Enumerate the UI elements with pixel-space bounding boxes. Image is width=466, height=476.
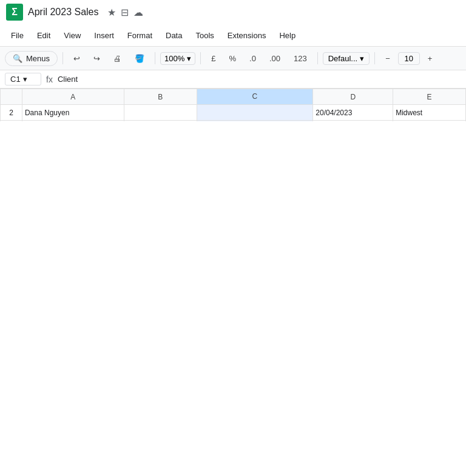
menu-insert[interactable]: Insert [88, 28, 120, 42]
menus-label: Menus [26, 54, 50, 63]
format123-button[interactable]: 123 [288, 51, 312, 66]
zoom-value: 100% [164, 54, 184, 63]
cell-r2-c3[interactable]: 20/04/2023 [313, 105, 393, 121]
document-title: April 2023 Sales [28, 7, 99, 18]
cell-r2-c0[interactable]: Dana Nguyen [22, 105, 124, 121]
cell-r3-c2[interactable] [197, 121, 313, 121]
table-row: 3Cullen Ray19/04/2023Midwest [1, 121, 466, 121]
cell-reference[interactable]: C1 ▾ [5, 73, 41, 85]
app-icon: Σ [6, 4, 23, 21]
star-icon[interactable]: ★ [107, 7, 116, 18]
formula-bar: C1 ▾ fx Client [0, 70, 466, 89]
drive-icon[interactable]: ⊟ [121, 7, 129, 18]
font-name: Defaul... [328, 54, 357, 63]
dec2-button[interactable]: .00 [264, 51, 286, 66]
cell-ref-dropdown[interactable]: ▾ [23, 75, 27, 84]
toolbar: 🔍 Menus ↩ ↪ 🖨 🪣 100% ▾ £ % .0 .00 123 De… [0, 46, 466, 70]
font-size-minus[interactable]: − [380, 51, 396, 66]
toolbar-separator-4 [317, 52, 318, 64]
col-header-a[interactable]: A [22, 89, 124, 105]
cell-r3-c0[interactable]: Cullen Ray [22, 121, 124, 121]
col-header-b[interactable]: B [124, 89, 197, 105]
menu-data[interactable]: Data [160, 28, 188, 42]
toolbar-separator-5 [374, 52, 375, 64]
menu-edit[interactable]: Edit [31, 28, 56, 42]
font-size-plus[interactable]: + [422, 51, 438, 66]
cell-r3-c3[interactable]: 19/04/2023 [313, 121, 393, 121]
cell-r3-c1[interactable] [124, 121, 197, 121]
zoom-dropdown-icon[interactable]: ▾ [187, 54, 191, 63]
undo-button[interactable]: ↩ [68, 51, 86, 66]
col-header-c[interactable]: C [197, 89, 313, 105]
col-header-e[interactable]: E [393, 89, 466, 105]
spreadsheet: A B C D E 1 Salesperson ▾ Sale total ▾ C… [0, 89, 466, 121]
menu-bar: File Edit View Insert Format Data Tools … [0, 24, 466, 46]
search-icon: 🔍 [13, 54, 22, 63]
font-dropdown-icon[interactable]: ▾ [360, 54, 364, 63]
redo-button[interactable]: ↪ [88, 51, 106, 66]
formula-content: Client [58, 75, 78, 84]
menu-file[interactable]: File [5, 28, 30, 42]
currency-button[interactable]: £ [206, 51, 221, 66]
corner-header [1, 89, 22, 105]
font-size-box[interactable]: 10 [398, 52, 420, 65]
menu-format[interactable]: Format [121, 28, 158, 42]
cell-r3-c4[interactable]: Midwest [393, 121, 466, 121]
toolbar-separator-2 [155, 52, 155, 64]
fx-label: fx [46, 75, 53, 84]
menu-extensions[interactable]: Extensions [221, 28, 272, 42]
dec1-button[interactable]: .0 [244, 51, 262, 66]
menu-tools[interactable]: Tools [189, 28, 220, 42]
toolbar-separator-3 [200, 52, 201, 64]
col-header-d[interactable]: D [313, 89, 393, 105]
percent-button[interactable]: % [224, 51, 242, 66]
cell-ref-value: C1 [10, 75, 21, 84]
row-num-2: 2 [1, 105, 22, 121]
title-icons: ★ ⊟ ☁ [107, 7, 143, 18]
toolbar-separator-1 [62, 52, 63, 64]
row-num-3: 3 [1, 121, 22, 121]
table-row: 2Dana Nguyen20/04/2023Midwest [1, 105, 466, 121]
menu-view[interactable]: View [58, 28, 87, 42]
print-button[interactable]: 🖨 [108, 51, 127, 66]
zoom-control[interactable]: 100% ▾ [160, 52, 195, 65]
title-bar: Σ April 2023 Sales ★ ⊟ ☁ [0, 0, 466, 24]
cell-r2-c2[interactable] [197, 105, 313, 121]
menus-button[interactable]: 🔍 Menus [5, 51, 58, 66]
paint-button[interactable]: 🪣 [129, 51, 150, 66]
cloud-icon[interactable]: ☁ [133, 7, 143, 18]
cell-r2-c1[interactable] [124, 105, 197, 121]
font-selector[interactable]: Defaul... ▾ [323, 52, 370, 65]
cell-r2-c4[interactable]: Midwest [393, 105, 466, 121]
menu-help[interactable]: Help [273, 28, 302, 42]
data-table: 2Dana Nguyen20/04/2023Midwest3Cullen Ray… [0, 104, 466, 121]
